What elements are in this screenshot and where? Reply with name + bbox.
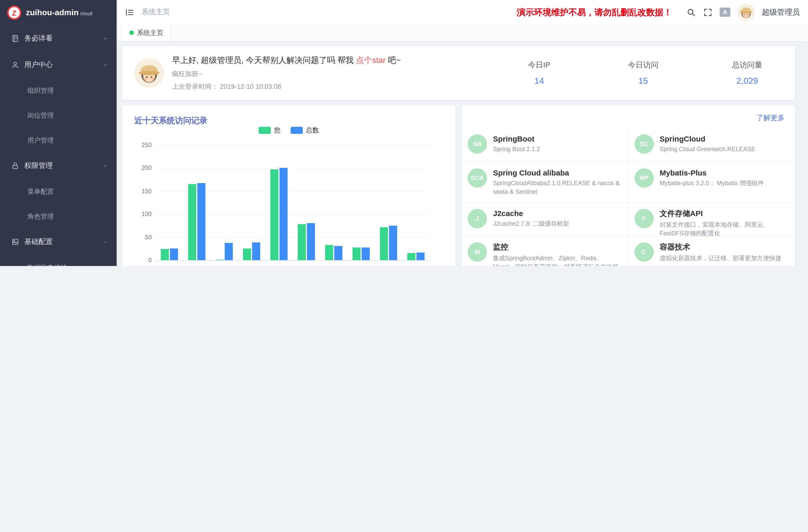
sidebar-item-label: 角色管理 [27,212,54,221]
legend-chip [259,127,271,134]
feature-api: F文件存储API封装文件接口，实现本地存储、阿里云、FastDFS存储的配置化 [628,202,795,236]
feature-title: Spring Cloud alibaba [493,168,620,177]
bar--2019-12-03 [216,260,224,260]
greeting-text: 早上好, 超级管理员, 今天帮别人解决问题了吗 帮我 点个star 吧~ [172,55,401,66]
sidebar-item-menu-config[interactable]: 菜单配置 [0,179,117,204]
collapse-menu-icon[interactable] [125,7,134,17]
feature-badge: SCA [468,168,487,188]
feature-text: Mybatis-PlusMybatis-plus 3.2.0： Mybatis … [660,168,764,202]
sidebar-item-post-mgmt[interactable]: 岗位管理 [0,103,117,128]
logo-icon: Z [7,5,21,20]
sidebar-item-must-read[interactable]: 务必详看 [0,25,117,52]
tab-active-dot [129,31,134,35]
feature-badge: MP [634,168,654,188]
features-grid: SBSpringBootSpring Boot 2.1.2SCSpringClo… [462,128,795,266]
sidebar-item-user-mgmt[interactable]: 用户管理 [0,128,117,153]
bar--2019-12-04 [252,242,260,260]
x-axis-tick [183,260,184,263]
x-axis-tick [402,260,403,263]
bar--2019-12-10 [417,253,425,260]
x-axis-tick [375,260,375,263]
features-card: 了解更多 SBSpringBootSpring Boot 2.1.2SCSpri… [461,105,795,266]
visit-chart-title: 近十天系统访问记录 [134,116,207,126]
greeting-avatar [134,58,164,88]
legend-label: 您 [274,126,280,135]
legend-item-[interactable]: 总数 [291,126,319,135]
sidebar-item-label: 基础配置 [24,237,53,246]
username[interactable]: 超级管理员 [762,7,800,17]
x-axis-tick [238,260,238,263]
sidebar-item-base-config[interactable]: 基础配置 [0,229,117,255]
stats: 今日IP14今日访问15总访问量2,029 [511,60,775,86]
legend-item-[interactable]: 您 [259,126,280,135]
tab-bar: 系统主页 [117,24,808,41]
sidebar-item-label: 组织管理 [27,86,54,95]
search-icon[interactable] [686,7,696,17]
feature-title: SpringCloud [660,134,755,143]
feature-desc: J2cache2.7.8: 二级缓存框架 [493,220,569,228]
feature-title: 容器技术 [660,242,782,252]
notebook-icon [11,35,19,42]
image-icon [11,238,19,246]
y-axis-label: 200 [131,165,152,172]
bar--2019-12-08 [362,247,370,260]
sidebar-item-label: 用户中心 [24,60,53,70]
charts-row-1: 近十天系统访问记录 您总数 0501001502002502019-12-012… [122,105,795,266]
x-axis-label: 2019-12-04 [231,265,272,266]
feature-j2cache: JJ2cacheJ2cache2.7.8: 二级缓存框架 [462,202,628,236]
feature-spring-cloud-alibaba: SCASpring Cloud alibabaSpringCloudAlibab… [462,162,628,202]
star-link[interactable]: 点个star [356,56,385,64]
bar--2019-12-10 [407,253,416,260]
bar--2019-12-02 [188,184,196,260]
topbar: 系统主页 演示环境维护不易，请勿乱删乱改数据！ A 超级管理员 [117,0,808,24]
sidebar-item-dict-maintain[interactable]: 数据字典维护 [0,255,117,266]
feature-title: SpringBoot [493,134,540,143]
bar-plot [156,145,429,260]
bar--2019-12-05 [270,169,278,260]
sidebar: Z zuihou-admincloud 务必详看用户中心组织管理岗位管理用户管理… [0,0,117,266]
sidebar-item-org-mgmt[interactable]: 组织管理 [0,78,117,103]
font-size-icon[interactable]: A [720,7,730,17]
feature-title: 监控 [493,242,620,252]
fullscreen-icon[interactable] [703,7,713,17]
y-axis-label: 100 [131,210,152,218]
user-icon [11,61,19,69]
viewport: Z zuihou-admincloud 务必详看用户中心组织管理岗位管理用户管理… [0,0,808,266]
x-axis-label: 2019-12-07 [313,265,354,266]
stat-label: 今日IP [511,60,567,70]
learn-more-link[interactable]: 了解更多 [756,114,785,123]
feature-badge: SB [468,134,487,154]
legend-chip [291,127,303,134]
sidebar-item-label: 数据字典维护 [27,263,67,266]
stat-ip: 今日IP14 [511,60,567,86]
stat-label: 总访问量 [719,60,775,70]
feature-springcloud: SCSpringCloudSpring Cloud Greenwich.RELE… [628,128,795,162]
bar--2019-12-09 [389,226,397,260]
side-menu: 务必详看用户中心组织管理岗位管理用户管理权限管理菜单配置角色管理基础配置数据字典… [0,25,117,266]
page: Z zuihou-admincloud 务必详看用户中心组织管理岗位管理用户管理… [0,0,808,266]
breadcrumb[interactable]: 系统主页 [142,7,170,17]
stat-value: 2,029 [719,76,775,86]
x-axis-tick [210,260,211,263]
sidebar-item-label: 务必详看 [24,34,53,43]
sidebar-item-label: 菜单配置 [27,187,54,196]
sidebar-item-perm-mgmt[interactable]: 权限管理 [0,153,117,179]
bar--2019-12-09 [380,227,388,260]
feature-mybatis-plus: MPMybatis-PlusMybatis-plus 3.2.0： Mybati… [628,162,795,202]
x-axis-label: 2019-12-10 [396,265,436,266]
sidebar-item-user-center[interactable]: 用户中心 [0,52,117,78]
bar--2019-12-07 [334,246,342,260]
feature-badge: C [634,242,654,262]
sidebar-item-role-mgmt[interactable]: 角色管理 [0,204,117,229]
user-avatar[interactable] [737,3,755,21]
feature-text: SpringBootSpring Boot 2.1.2 [493,134,540,162]
feature-desc: Spring Cloud Greenwich.RELEASE [660,145,755,154]
bar--2019-12-08 [352,247,361,260]
chevron-down-icon [103,36,109,41]
x-axis-tick [265,260,266,263]
bar--2019-12-04 [243,249,251,260]
feature-title: Mybatis-Plus [660,168,764,177]
legend-label: 总数 [306,126,319,135]
tab-home[interactable]: 系统主页 [122,24,171,41]
y-axis-label: 0 [131,257,152,264]
